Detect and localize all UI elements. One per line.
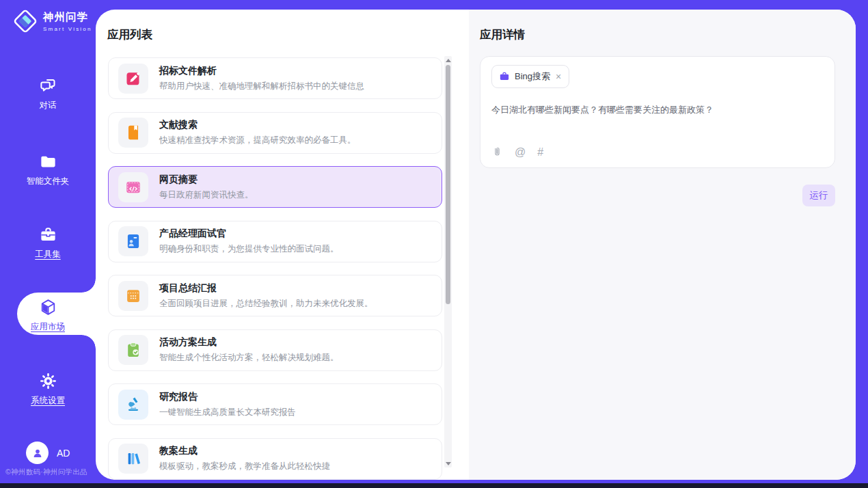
sidebar-item-chat[interactable]: 对话 <box>0 77 96 111</box>
copyright-text: ©神州数码·神州问学出品 <box>5 467 96 477</box>
app-item-bid-analysis[interactable]: 招标文件解析 帮助用户快速、准确地理解和解析招标书中的关键信息 <box>108 57 442 99</box>
app-item-desc: 一键智能生成高质量长文本研究报告 <box>159 407 296 418</box>
tab-fillet-top <box>82 279 96 293</box>
browser-code-icon <box>118 172 148 202</box>
book-icon <box>118 118 148 148</box>
briefcase-icon <box>39 226 57 244</box>
sidebar-item-toolset[interactable]: 工具集 <box>0 226 96 260</box>
scrollbar-down-arrow[interactable] <box>444 459 452 467</box>
at-icon[interactable]: @ <box>515 147 526 158</box>
bottom-edge-bar <box>0 483 868 488</box>
app-item-name: 研究报告 <box>159 391 296 403</box>
app-item-name: 教案生成 <box>159 445 330 457</box>
hash-icon[interactable]: # <box>537 147 543 158</box>
interview-document-icon <box>118 226 148 256</box>
chat-bubbles-icon <box>39 77 57 95</box>
scrollbar-up-arrow[interactable] <box>444 56 452 64</box>
gear-icon <box>39 372 57 390</box>
app-detail-panel: 应用详情 Bing搜索 × 今日湖北有哪些新闻要点？有哪些需要关注的最新政策？ … <box>469 10 856 480</box>
calendar-note-icon <box>118 281 148 311</box>
sidebar-item-label: 智能文件夹 <box>27 176 70 187</box>
app-item-name: 文献搜索 <box>159 119 356 131</box>
query-textarea[interactable]: 今日湖北有哪些新闻要点？有哪些需要关注的最新政策？ <box>491 103 819 117</box>
app-list: 招标文件解析 帮助用户快速、准确地理解和解析招标书中的关键信息 文献搜索 快速精… <box>108 57 442 480</box>
app-item-desc: 模板驱动，教案秒成，教学准备从此轻松快捷 <box>159 461 330 472</box>
app-item-name: 招标文件解析 <box>159 65 364 77</box>
app-item-desc: 全面回顾项目进展，总结经验教训，助力未来优化发展。 <box>159 298 373 310</box>
app-item-lesson-plan[interactable]: 教案生成 模板驱动，教案秒成，教学准备从此轻松快捷 <box>108 438 442 480</box>
person-icon <box>31 446 44 460</box>
sidebar-item-smart-folder[interactable]: 智能文件夹 <box>0 152 96 187</box>
sidebar-item-app-market[interactable]: 应用市场 <box>0 298 96 333</box>
tab-fillet-bottom <box>82 335 96 349</box>
sidebar-item-label: 系统设置 <box>31 395 65 407</box>
microscope-icon <box>118 390 148 420</box>
run-button[interactable]: 运行 <box>802 185 835 206</box>
attachment-toolbar: @ # <box>491 146 543 158</box>
app-item-literature-search[interactable]: 文献搜索 快速精准查找学术资源，提高研究效率的必备工具。 <box>108 112 442 154</box>
main-content: 应用列表 招标文件解析 帮助用户快速、准确地理解和解析招标书中的关键信息 <box>96 10 856 480</box>
sidebar-item-label: 对话 <box>40 100 57 111</box>
app-item-research-report[interactable]: 研究报告 一键智能生成高质量长文本研究报告 <box>108 383 442 425</box>
app-item-name: 项目总结汇报 <box>159 282 373 295</box>
app-item-web-summary[interactable]: 网页摘要 每日政府新闻资讯快查。 <box>108 166 442 208</box>
briefcase-icon <box>499 71 510 82</box>
app-item-desc: 快速精准查找学术资源，提高研究效率的必备工具。 <box>159 135 356 146</box>
brand-logo: 神州问学 Smart Vision <box>12 8 92 34</box>
paperclip-icon[interactable] <box>491 146 503 158</box>
app-item-name: 产品经理面试官 <box>159 228 339 240</box>
list-scrollbar[interactable] <box>444 56 452 467</box>
sidebar-item-settings[interactable]: 系统设置 <box>0 372 96 407</box>
avatar <box>26 442 49 464</box>
user-account[interactable]: AD <box>26 442 70 464</box>
app-item-name: 活动方案生成 <box>159 336 339 349</box>
sidebar-item-label: 工具集 <box>35 249 61 260</box>
app-item-project-summary[interactable]: 项目总结汇报 全面回顾项目进展，总结经验教训，助力未来优化发展。 <box>108 275 442 316</box>
tool-tag-bing-search[interactable]: Bing搜索 × <box>491 65 569 88</box>
app-detail-title: 应用详情 <box>480 27 525 42</box>
app-item-name: 网页摘要 <box>159 174 254 186</box>
app-item-pm-interviewer[interactable]: 产品经理面试官 明确身份和职责，为您提供专业性的面试问题。 <box>108 221 442 262</box>
books-icon <box>118 444 148 474</box>
folder-icon <box>39 152 57 171</box>
app-window: 神州问学 Smart Vision 对话 智能文件夹 工具集 <box>0 0 868 488</box>
brand-name: 神州问学 <box>43 10 92 25</box>
clipboard-check-icon <box>118 335 148 365</box>
user-label: AD <box>57 448 70 459</box>
app-item-activity-plan[interactable]: 活动方案生成 智能生成个性化活动方案，轻松解决规划难题。 <box>108 329 442 371</box>
sidebar-item-label: 应用市场 <box>31 321 65 333</box>
query-card: Bing搜索 × 今日湖北有哪些新闻要点？有哪些需要关注的最新政策？ @ # <box>480 56 835 168</box>
brand-subtitle: Smart Vision <box>43 26 92 32</box>
app-item-desc: 智能生成个性化活动方案，轻松解决规划难题。 <box>159 352 339 364</box>
app-list-title: 应用列表 <box>107 27 152 42</box>
app-item-desc: 每日政府新闻资讯快查。 <box>159 189 254 201</box>
tag-close-icon[interactable]: × <box>555 72 562 81</box>
app-item-desc: 帮助用户快速、准确地理解和解析招标书中的关键信息 <box>159 81 364 92</box>
diamond-gem-icon <box>12 8 38 34</box>
pen-document-icon <box>118 64 148 94</box>
tool-tag-label: Bing搜索 <box>515 70 550 83</box>
cube-icon <box>39 298 57 316</box>
scrollbar-thumb[interactable] <box>446 65 450 304</box>
app-item-desc: 明确身份和职责，为您提供专业性的面试问题。 <box>159 243 339 255</box>
